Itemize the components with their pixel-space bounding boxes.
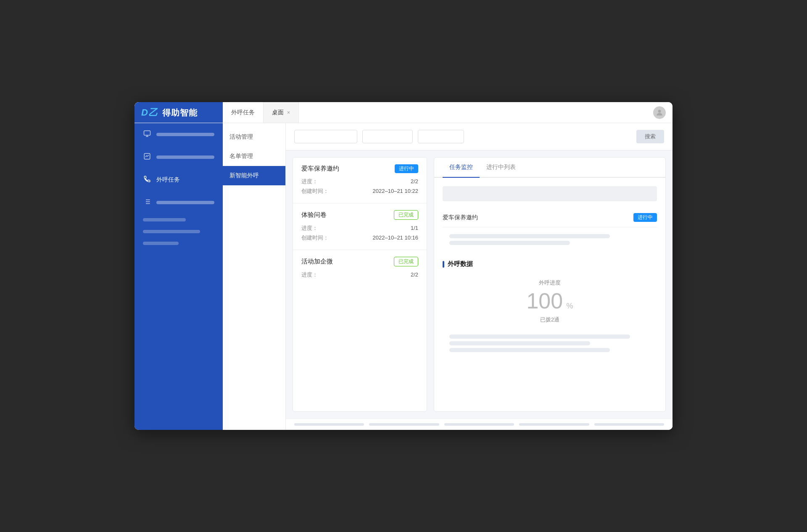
monitor-task-name: 爱车保养邀约	[443, 214, 478, 221]
tab-desktop[interactable]: 桌面 ×	[264, 102, 299, 123]
logo-name: 得助智能	[162, 108, 198, 117]
task-card-1-progress-label: 进度：	[301, 176, 318, 186]
task-card-1-header: 爱车保养邀约 进行中	[301, 164, 418, 173]
task-card-2-name: 体验问卷	[301, 211, 327, 219]
bottom-bar-3	[444, 423, 514, 426]
filter-input-2[interactable]	[362, 130, 413, 143]
task-card-3-header: 活动加企微 已完成	[301, 257, 418, 266]
task-card-2-header: 体验问卷 已完成	[301, 210, 418, 220]
outbound-section-title: 外呼数据	[443, 260, 657, 268]
task-card-3-progress-val: 2/2	[411, 270, 418, 279]
monitor-task-badge: 进行中	[633, 213, 657, 222]
content-area: 搜索 爱车保养邀约 进行中 进度： 2/2	[286, 123, 672, 430]
task-card-3-badge: 已完成	[394, 257, 418, 266]
task-card-2-meta: 进度： 1/1 创建时间： 2022–10–21 10:16	[301, 223, 418, 243]
sub-sidebar: 活动管理 名单管理 新智能外呼	[223, 123, 286, 430]
ph-bar-5	[449, 348, 610, 352]
outbound-progress-label: 外呼进度	[443, 279, 657, 287]
detail-placeholder-bars	[443, 227, 657, 252]
task-card-1[interactable]: 爱车保养邀约 进行中 进度： 2/2 创建时间： 2022–10–21 10:2…	[293, 158, 427, 203]
task-card-2-created-label: 创建时间：	[301, 233, 329, 242]
sidebar-item-list-bar	[156, 201, 214, 204]
detail-content: 爱车保养邀约 进行中 外呼数据	[434, 178, 665, 411]
task-card-2[interactable]: 体验问卷 已完成 进度： 1/1 创建时间： 2022–10–21 10:16	[293, 203, 427, 250]
filter-bar: 搜索	[286, 123, 672, 150]
avatar[interactable]	[653, 106, 666, 119]
sub-menu-item-new-outbound[interactable]: 新智能外呼	[223, 166, 285, 185]
sidebar-item-outbound-label: 外呼任务	[156, 176, 180, 184]
bottom-bar-4	[519, 423, 589, 426]
ph-bar-1	[449, 234, 610, 238]
task-card-3-name: 活动加企微	[301, 258, 333, 266]
monitor-icon	[143, 130, 151, 139]
task-card-1-badge: 进行中	[395, 164, 418, 173]
ph-bar-2	[449, 241, 570, 245]
svg-point-0	[658, 110, 661, 113]
detail-tab-inprogress[interactable]: 进行中列表	[480, 158, 522, 177]
sidebar-bar-row-3	[134, 237, 223, 249]
tabs-area: 外呼任务 桌面 ×	[223, 102, 646, 123]
bottom-bar-5	[594, 423, 664, 426]
task-card-2-progress-label: 进度：	[301, 223, 318, 233]
svg-rect-1	[144, 131, 150, 135]
header-right	[646, 102, 672, 123]
outbound-sub-label: 已拨2通	[443, 316, 657, 324]
sidebar-item-chart[interactable]	[134, 146, 223, 169]
outbound-progress-number-row: 100 %	[443, 290, 657, 312]
task-list: 爱车保养邀约 进行中 进度： 2/2 创建时间： 2022–10–21 10:2…	[293, 157, 427, 412]
search-button[interactable]: 搜索	[636, 130, 664, 143]
task-card-1-progress-val: 2/2	[411, 176, 418, 186]
task-card-1-created-label: 创建时间：	[301, 186, 329, 196]
detail-tab-monitor[interactable]: 任务监控	[443, 158, 480, 177]
detail-tabs: 任务监控 进行中列表	[434, 158, 665, 178]
tab-close-icon[interactable]: ×	[287, 110, 290, 116]
sub-menu-item-list[interactable]: 名单管理	[223, 147, 285, 166]
chart-icon	[143, 153, 151, 162]
sidebar: 外呼任务	[134, 123, 223, 430]
tab-outbound-task[interactable]: 外呼任务	[223, 102, 264, 123]
sidebar-bar-2	[143, 230, 200, 233]
detail-panel: 任务监控 进行中列表 爱车保养邀约 进行中	[434, 157, 666, 412]
tab-desktop-label: 桌面	[272, 109, 284, 116]
list-icon	[143, 198, 151, 207]
bottom-bar-1	[294, 423, 364, 426]
task-card-1-created-val: 2022–10–21 10:22	[373, 186, 418, 196]
filter-input-3[interactable]	[418, 130, 464, 143]
outbound-stats: 外呼进度 100 % 已拨2通	[443, 275, 657, 328]
phone-icon	[143, 175, 151, 184]
app-window: D乙 得助智能 外呼任务 桌面 ×	[134, 102, 672, 430]
tab-outbound-label: 外呼任务	[231, 109, 255, 116]
ph-bar-4	[449, 341, 590, 345]
sidebar-item-chart-bar	[156, 155, 214, 159]
task-card-2-badge: 已完成	[394, 210, 418, 220]
task-card-1-meta: 进度： 2/2 创建时间： 2022–10–21 10:22	[301, 176, 418, 196]
main-layout: 外呼任务	[134, 123, 672, 430]
task-card-1-name: 爱车保养邀约	[301, 165, 339, 173]
ph-bar-3	[449, 334, 630, 339]
sidebar-bar-1	[143, 218, 186, 221]
detail-placeholder-top	[443, 186, 657, 201]
sub-menu-item-activity[interactable]: 活动管理	[223, 127, 285, 147]
task-card-3-meta: 进度： 2/2	[301, 270, 418, 279]
task-card-2-created-val: 2022–10–21 10:16	[373, 233, 418, 242]
sidebar-item-list[interactable]	[134, 191, 223, 214]
sidebar-item-monitor-bar	[156, 133, 214, 136]
task-card-3[interactable]: 活动加企微 已完成 进度： 2/2	[293, 250, 427, 286]
sidebar-item-outbound[interactable]: 外呼任务	[134, 169, 223, 191]
sidebar-bar-row-2	[134, 226, 223, 237]
section-bar-icon	[443, 261, 444, 268]
logo: D乙 得助智能	[141, 106, 198, 119]
task-card-3-progress-label: 进度：	[301, 270, 318, 279]
filter-input-1[interactable]	[294, 130, 357, 143]
sidebar-bar-3	[143, 242, 179, 245]
outbound-progress-unit: %	[567, 302, 573, 310]
logo-area: D乙 得助智能	[134, 102, 223, 123]
bottom-scroll-bars	[286, 419, 672, 430]
bottom-bar-2	[369, 423, 439, 426]
monitor-task-row: 爱车保养邀约 进行中	[443, 208, 657, 227]
sidebar-bar-row-1	[134, 214, 223, 226]
sidebar-item-monitor[interactable]	[134, 123, 223, 146]
logo-dz: D乙	[141, 107, 158, 118]
cards-detail-layout: 爱车保养邀约 进行中 进度： 2/2 创建时间： 2022–10–21 10:2…	[286, 150, 672, 419]
task-card-2-progress-val: 1/1	[411, 223, 418, 233]
